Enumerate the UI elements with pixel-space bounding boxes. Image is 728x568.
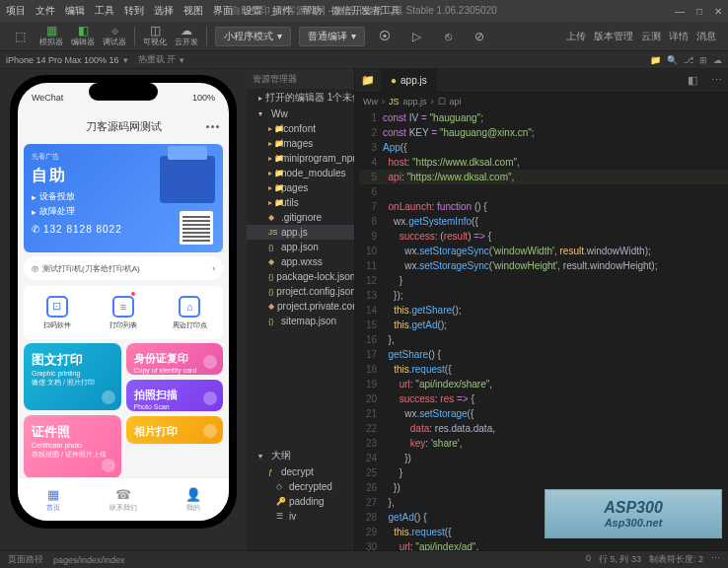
file-miniprogram_npm[interactable]: ▸ 📁miniprogram_npm bbox=[247, 151, 354, 166]
location-icon: ◎ bbox=[32, 264, 38, 273]
search-icon[interactable]: 🔍 bbox=[667, 55, 678, 65]
file-pages[interactable]: ▸ 📁pages bbox=[247, 180, 354, 195]
clear-cache-button[interactable]: ⊘ bbox=[465, 25, 494, 48]
tab-mine[interactable]: 👤我的 bbox=[159, 478, 229, 521]
miniapp-title: 刀客源码网测试 bbox=[86, 119, 162, 134]
simulator-button[interactable]: ▦模拟器 bbox=[36, 25, 66, 48]
action-row: ⊡扫码软件 ≡打印列表 ⌂周边打印点 bbox=[24, 286, 223, 339]
simulator-panel: WeChat 100% 刀客源码网测试 先看广告 自助 ▸ 设备投放 ▸ 故障处… bbox=[0, 69, 247, 550]
debugger-button[interactable]: ⟐调试器 bbox=[100, 25, 129, 48]
statusbar: 页面路径 pages/index/index 0行 5, 列 33制表符长度: … bbox=[0, 550, 728, 568]
menu-item[interactable]: 转到 bbox=[124, 4, 144, 18]
chevron-down-icon: ▾ bbox=[351, 31, 356, 41]
preview-button[interactable]: ▷ bbox=[401, 25, 431, 48]
window-title: 自助打印_刀客源码网 - 微信开发者工具 Stable 1.06.2305020 bbox=[231, 4, 497, 18]
device-strip: iPhone 14 Pro Max 100% 16 ▾ 热重载 开 ▾ 📁 🔍 … bbox=[0, 51, 728, 69]
titlebar: 项目文件编辑工具转到选择视图界面设置插件帮助微信开发者工具 自助打印_刀客源码网… bbox=[0, 0, 728, 22]
scan-action[interactable]: ⊡扫码软件 bbox=[24, 286, 90, 339]
phone-screen[interactable]: WeChat 100% 刀客源码网测试 先看广告 自助 ▸ 设备投放 ▸ 故障处… bbox=[18, 83, 229, 521]
folder-icon[interactable]: 📁 bbox=[355, 74, 381, 87]
printer-icon bbox=[160, 156, 215, 203]
phone-frame: WeChat 100% 刀客源码网测试 先看广告 自助 ▸ 设备投放 ▸ 故障处… bbox=[10, 75, 237, 529]
breadcrumb[interactable]: Ww › JS app.js › ☐ api bbox=[355, 93, 728, 110]
qr-code bbox=[180, 211, 213, 245]
menu-item[interactable]: 界面 bbox=[213, 4, 233, 18]
file-node_modules[interactable]: ▸ 📁node_modules bbox=[247, 166, 354, 180]
file-icon[interactable]: 📁 bbox=[650, 55, 661, 65]
menu-item[interactable]: 项目 bbox=[6, 4, 26, 18]
editor-tabs: 📁 ●app.js ◧ ⋯ bbox=[355, 69, 728, 93]
menu-item[interactable]: 编辑 bbox=[65, 4, 85, 18]
cloud-icon[interactable]: ☁ bbox=[713, 55, 722, 65]
tabbar: ▦首页 ☎联系我们 👤我的 bbox=[18, 477, 229, 521]
chevron-right-icon: › bbox=[212, 264, 215, 273]
page-path[interactable]: pages/index/index bbox=[53, 555, 125, 565]
file-project.config.json[interactable]: {}project.config.json bbox=[247, 284, 354, 299]
list-action[interactable]: ≡打印列表 bbox=[90, 286, 156, 339]
editor-button[interactable]: ◧编辑器 bbox=[68, 25, 98, 48]
chevron-down-icon: ▾ bbox=[277, 31, 282, 41]
close-icon[interactable]: ✕ bbox=[714, 6, 722, 17]
menu-item[interactable]: 文件 bbox=[36, 4, 55, 18]
toolbar-right: 上传版本管理云测详情消息 bbox=[566, 30, 724, 43]
card-photo-print[interactable]: 相片打印 bbox=[126, 416, 224, 444]
personal-mini-icon[interactable]: ⬚ bbox=[5, 25, 35, 48]
card-id-copy[interactable]: 身份证复印 Copy of identity card bbox=[126, 343, 224, 375]
split-icon[interactable]: ◧ bbox=[680, 74, 705, 87]
file-project.private.config.js...[interactable]: ◆project.private.config.js... bbox=[247, 299, 354, 314]
file-utils[interactable]: ▸ 📁utils bbox=[247, 195, 354, 210]
decrypt-node[interactable]: ƒdecrypt bbox=[247, 464, 354, 479]
banner[interactable]: 先看广告 自助 ▸ 设备投放 ▸ 故障处理 ✆ 132 8128 8022 bbox=[24, 144, 223, 252]
code-editor: 📁 ●app.js ◧ ⋯ Ww › JS app.js › ☐ api 1co… bbox=[355, 69, 728, 550]
ext-icon[interactable]: ⊞ bbox=[699, 55, 707, 65]
git-icon[interactable]: ⎇ bbox=[684, 55, 693, 65]
visual-button[interactable]: ◫可视化 bbox=[140, 25, 170, 48]
menu-item[interactable]: 视图 bbox=[183, 4, 203, 18]
miniapp-header: 刀客源码网测试 bbox=[18, 112, 229, 140]
battery-label: 100% bbox=[192, 93, 215, 103]
carrier-label: WeChat bbox=[32, 93, 63, 103]
outline-section[interactable]: ▾大纲 bbox=[247, 447, 354, 464]
location-bar[interactable]: ◎ 测试打印机(刀客给打印机A) › bbox=[24, 256, 223, 280]
card-cert-photo[interactable]: 证件照 Certificate photo 在线抠图 / 证件照片上传 bbox=[24, 415, 121, 478]
device-select[interactable]: iPhone 14 Pro Max 100% 16 bbox=[6, 55, 119, 65]
mode-select[interactable]: 小程序模式▾ bbox=[215, 27, 291, 46]
tab-contact[interactable]: ☎联系我们 bbox=[88, 478, 158, 521]
notch bbox=[89, 83, 158, 101]
compile-button[interactable]: ⦿ bbox=[370, 25, 400, 48]
card-photo-scan[interactable]: 拍照扫描 Photo Scan bbox=[126, 380, 224, 411]
window-controls: — □ ✕ bbox=[675, 6, 722, 17]
nearby-action[interactable]: ⌂周边打印点 bbox=[157, 286, 223, 339]
watermark: ASP300 Asp300.net bbox=[545, 489, 722, 538]
capsule-menu[interactable] bbox=[206, 125, 219, 128]
menu-item[interactable]: 工具 bbox=[95, 4, 114, 18]
compile-select[interactable]: 普通编译▾ bbox=[299, 27, 365, 46]
file-.gitignore[interactable]: ◆.gitignore bbox=[247, 210, 354, 225]
more-icon[interactable]: ⋯ bbox=[705, 74, 728, 87]
minimize-icon[interactable]: — bbox=[675, 6, 685, 17]
tab-home[interactable]: ▦首页 bbox=[18, 478, 88, 521]
file-app.wxss[interactable]: ◆app.wxss bbox=[247, 254, 354, 269]
file-iconfont[interactable]: ▸ 📁iconfont bbox=[247, 121, 354, 136]
maximize-icon[interactable]: □ bbox=[696, 6, 702, 17]
tab-app-js[interactable]: ●app.js bbox=[381, 69, 437, 92]
root-folder[interactable]: ▾Ww bbox=[247, 106, 354, 121]
file-images[interactable]: ▸ 📁images bbox=[247, 136, 354, 151]
file-app.js[interactable]: JSapp.js bbox=[247, 225, 354, 240]
file-explorer: 资源管理器 ▸打开的编辑器 1个未保存 ▾Ww ▸ 📁iconfont▸ 📁im… bbox=[247, 69, 355, 550]
file-package-lock.json[interactable]: {}package-lock.json bbox=[247, 269, 354, 284]
card-graphic-print[interactable]: 图文打印 Graphic printing 微信 文档 / 照片打印 bbox=[24, 343, 121, 410]
explorer-header: 资源管理器 bbox=[247, 69, 354, 89]
menu-item[interactable]: 选择 bbox=[154, 4, 174, 18]
open-editors[interactable]: ▸打开的编辑器 1个未保存 bbox=[247, 89, 354, 106]
cloud-dev-button[interactable]: ☁云开发 bbox=[172, 25, 201, 48]
code-area[interactable]: 1const IV = "hauguang";2const KEY = "hau… bbox=[355, 110, 728, 550]
file-app.json[interactable]: {}app.json bbox=[247, 240, 354, 254]
toolbar: ⬚ ▦模拟器 ◧编辑器 ⟐调试器 ◫可视化 ☁云开发 小程序模式▾ 普通编译▾ … bbox=[0, 22, 728, 51]
realdevice-button[interactable]: ⎋ bbox=[433, 25, 463, 48]
file-sitemap.json[interactable]: {}sitemap.json bbox=[247, 314, 354, 328]
